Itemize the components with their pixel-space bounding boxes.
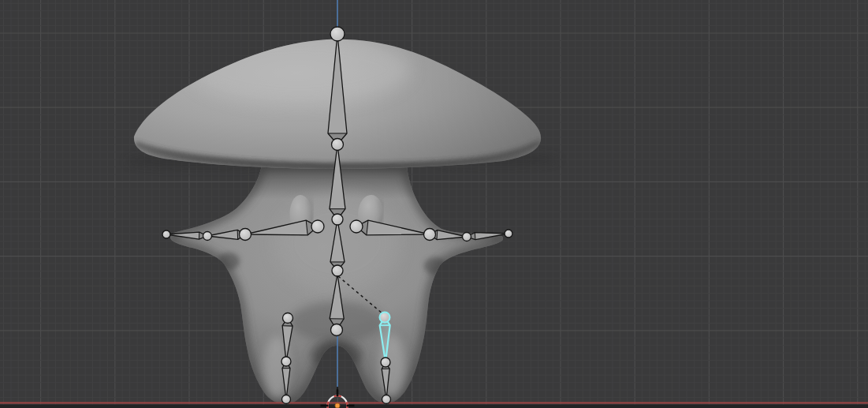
bone-joint[interactable] bbox=[332, 214, 343, 225]
object-origin-dot bbox=[335, 403, 340, 408]
blender-3d-viewport[interactable] bbox=[0, 0, 868, 408]
bone-joint[interactable] bbox=[162, 230, 170, 238]
bone-joint[interactable] bbox=[282, 395, 291, 404]
bone-joint[interactable] bbox=[203, 232, 212, 241]
bone-joint[interactable] bbox=[331, 324, 343, 336]
bone-joint[interactable] bbox=[283, 313, 293, 324]
bone-joint[interactable] bbox=[240, 229, 251, 241]
bone-joint[interactable] bbox=[330, 27, 345, 41]
bone-joint[interactable] bbox=[332, 265, 343, 276]
bone-joint[interactable] bbox=[463, 233, 471, 241]
bone-joint[interactable] bbox=[424, 229, 436, 241]
bone-joint[interactable] bbox=[380, 313, 390, 323]
bone-joint[interactable] bbox=[382, 395, 391, 404]
bone-joint[interactable] bbox=[350, 220, 363, 233]
bone-joint[interactable] bbox=[505, 230, 512, 238]
bone-joint[interactable] bbox=[281, 357, 291, 366]
bone-joint[interactable] bbox=[311, 220, 324, 233]
bone-joint[interactable] bbox=[381, 357, 390, 367]
bone-joint[interactable] bbox=[332, 139, 344, 151]
window-bottom-edge bbox=[0, 405, 868, 408]
